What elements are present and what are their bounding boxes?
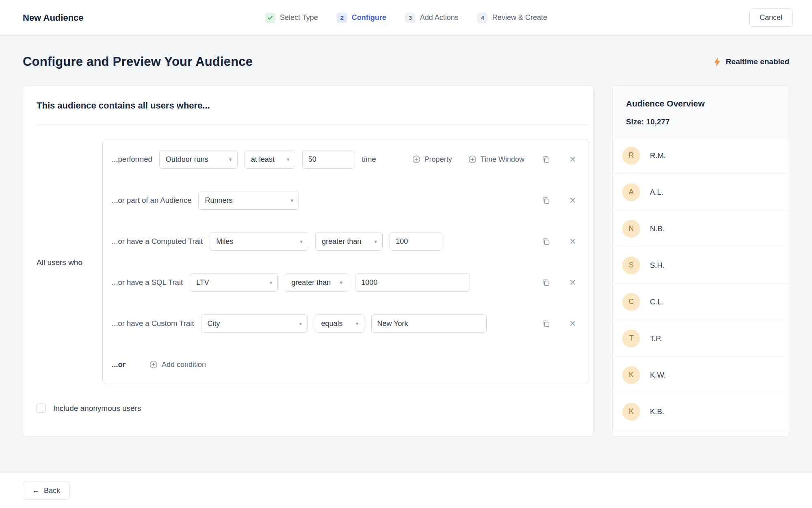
member-row: R R.M.	[613, 137, 789, 174]
duplicate-condition-icon[interactable]	[541, 154, 551, 165]
duplicate-condition-icon[interactable]	[541, 195, 551, 206]
step-label: Configure	[352, 13, 386, 22]
member-row: K K.W.	[613, 357, 789, 393]
condition-group-box: ...performed Outdoor runs ▾ at least ▾ t…	[102, 139, 589, 384]
step-label: Select Type	[280, 13, 318, 22]
stepper: Select Type 2 Configure 3 Add Actions 4 …	[265, 13, 547, 23]
footer-bar: ← Back	[0, 473, 812, 508]
step-configure[interactable]: 2 Configure	[337, 13, 386, 23]
event-select[interactable]: Outdoor runs ▾	[159, 150, 238, 169]
select-value: LTV	[196, 278, 209, 287]
remove-condition-icon[interactable]: ×	[567, 236, 578, 247]
avatar: C	[622, 293, 640, 311]
overview-title: Audience Overview	[626, 99, 775, 109]
realtime-status: Realtime enabled	[713, 57, 789, 67]
page-header: Configure and Preview Your Audience Real…	[23, 54, 789, 69]
member-name: K.B.	[650, 407, 664, 416]
member-name: R.M.	[650, 151, 666, 160]
add-condition-row: ...or Add condition	[112, 355, 578, 374]
select-value: Miles	[216, 237, 233, 246]
condition-prefix: ...performed	[112, 155, 152, 164]
custom-trait-select[interactable]: City ▾	[201, 314, 308, 333]
avatar: T	[622, 330, 640, 347]
value-input[interactable]	[355, 273, 470, 292]
back-button[interactable]: ← Back	[23, 482, 69, 499]
top-bar: New Audience Select Type 2 Configure 3 A…	[0, 0, 812, 36]
condition-row-audience: ...or part of an Audience Runners ▾ ×	[112, 191, 578, 210]
member-row: K K.B.	[613, 393, 789, 430]
select-value: Outdoor runs	[166, 155, 208, 164]
window-title: New Audience	[23, 13, 84, 23]
select-value: greater than	[322, 237, 361, 246]
arrow-left-icon: ←	[32, 486, 40, 495]
chevron-down-icon: ▾	[299, 320, 302, 327]
member-name: A.L.	[650, 188, 663, 197]
select-value: Runners	[205, 196, 232, 205]
divider	[37, 124, 589, 124]
remove-condition-icon[interactable]: ×	[567, 154, 578, 165]
member-row: A A.L.	[613, 174, 789, 211]
add-time-window-button[interactable]: Time Window	[468, 155, 524, 164]
add-condition-button[interactable]: Add condition	[149, 360, 206, 369]
chevron-down-icon: ▾	[269, 279, 272, 286]
back-button-label: Back	[44, 486, 60, 495]
anonymous-users-row: Include anonymous users	[37, 404, 589, 413]
include-anonymous-checkbox[interactable]	[37, 404, 46, 413]
remove-condition-icon[interactable]: ×	[567, 277, 578, 288]
add-property-button[interactable]: Property	[412, 155, 452, 164]
add-condition-label: Add condition	[162, 360, 206, 369]
condition-prefix: ...or have a Custom Trait	[112, 319, 194, 328]
step-label: Add Actions	[420, 13, 459, 22]
member-row: S S.H.	[613, 247, 789, 284]
value-input[interactable]	[390, 232, 442, 251]
lightning-bolt-icon	[713, 57, 721, 67]
member-name: C.L.	[650, 297, 664, 306]
member-row: N N.B.	[613, 211, 789, 247]
step-add-actions[interactable]: 3 Add Actions	[405, 13, 459, 23]
audience-size: Size: 10,277	[626, 117, 775, 126]
sql-trait-select[interactable]: LTV ▾	[190, 273, 278, 292]
step-label: Review & Create	[492, 13, 547, 22]
duplicate-condition-icon[interactable]	[541, 318, 551, 329]
overview-header: Audience Overview Size: 10,277	[613, 86, 789, 137]
step-number-badge: 2	[337, 13, 347, 23]
step-review-create[interactable]: 4 Review & Create	[477, 13, 547, 23]
duplicate-condition-icon[interactable]	[541, 236, 551, 247]
step-number-badge: 4	[477, 13, 488, 23]
include-anonymous-label: Include anonymous users	[53, 404, 141, 413]
remove-condition-icon[interactable]: ×	[567, 318, 578, 329]
remove-condition-icon[interactable]: ×	[567, 195, 578, 206]
member-row: C C.L.	[613, 284, 789, 320]
chevron-down-icon: ▾	[340, 279, 342, 286]
step-select-type[interactable]: Select Type	[265, 13, 318, 23]
add-time-window-label: Time Window	[481, 155, 524, 164]
chevron-down-icon: ▾	[356, 320, 359, 327]
step-number-badge: 3	[405, 13, 416, 23]
operator-select[interactable]: greater than ▾	[315, 232, 383, 251]
avatar: S	[622, 256, 640, 274]
condition-prefix: ...or have a SQL Trait	[112, 278, 183, 287]
value-input[interactable]	[371, 314, 487, 333]
operator-select[interactable]: greater than ▾	[285, 273, 348, 292]
condition-prefix: ...or part of an Audience	[112, 196, 191, 205]
audience-builder-card: This audience contains all users where..…	[23, 85, 593, 437]
avatar: N	[622, 220, 640, 238]
condition-prefix: ...or have a Computed Trait	[112, 237, 203, 246]
count-input[interactable]	[302, 150, 355, 169]
plus-circle-icon	[468, 155, 476, 163]
condition-row-sql-trait: ...or have a SQL Trait LTV ▾ greater tha…	[112, 273, 578, 292]
member-name: T.P.	[650, 334, 662, 343]
or-label: ...or	[112, 360, 126, 369]
computed-trait-select[interactable]: Miles ▾	[210, 232, 308, 251]
cancel-button[interactable]: Cancel	[749, 9, 793, 27]
operator-select[interactable]: at least ▾	[245, 150, 295, 169]
avatar: A	[622, 183, 640, 201]
select-value: City	[208, 319, 220, 328]
duplicate-condition-icon[interactable]	[541, 277, 551, 288]
realtime-label: Realtime enabled	[726, 57, 789, 66]
avatar: K	[622, 366, 640, 384]
operator-select[interactable]: equals ▾	[315, 314, 364, 333]
audience-select[interactable]: Runners ▾	[198, 191, 299, 210]
chevron-down-icon: ▾	[229, 156, 232, 163]
condition-row-custom-trait: ...or have a Custom Trait City ▾ equals …	[112, 314, 578, 333]
